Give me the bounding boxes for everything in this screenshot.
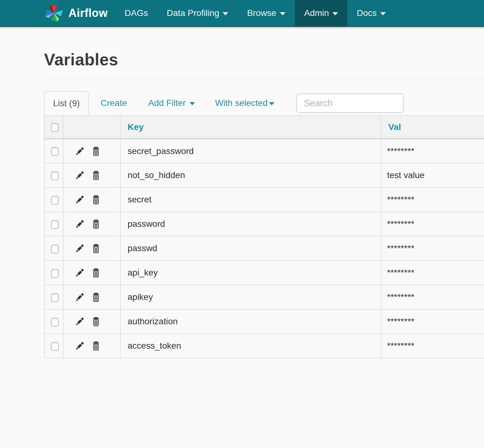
variable-val-cell: ******** <box>381 261 484 285</box>
variable-val-cell: ******** <box>381 212 484 236</box>
nav-item-data-profiling[interactable]: Data Profiling <box>157 0 238 26</box>
column-header-key[interactable]: Key <box>120 116 381 139</box>
header-actions-cell <box>63 116 120 139</box>
nav-item-dags[interactable]: DAGs <box>115 0 158 26</box>
delete-variable-button[interactable] <box>91 292 101 302</box>
edit-variable-button[interactable] <box>75 268 84 278</box>
row-actions-cell <box>63 309 120 334</box>
variable-val-cell: ******** <box>381 139 484 163</box>
row-checkbox[interactable] <box>51 293 59 302</box>
nav-item-label: Browse <box>247 8 276 18</box>
select-all-checkbox[interactable] <box>51 123 59 132</box>
row-actions-cell <box>63 261 120 285</box>
row-checkbox[interactable] <box>51 269 59 278</box>
delete-variable-button[interactable] <box>91 146 101 157</box>
edit-variable-button[interactable] <box>75 171 84 180</box>
pencil-icon <box>75 341 84 351</box>
delete-variable-button[interactable] <box>91 316 101 327</box>
variable-key-cell: password <box>120 212 381 236</box>
row-select-cell <box>44 285 63 309</box>
main-content: Variables List (9) Create Add Filter Wit… <box>0 50 484 358</box>
variable-key-cell: not_so_hidden <box>120 163 381 187</box>
table-row: access_token ******** <box>44 334 484 358</box>
variable-key-cell: passwd <box>120 236 381 261</box>
caret-down-icon <box>223 12 228 15</box>
edit-variable-button[interactable] <box>75 219 84 229</box>
row-checkbox[interactable] <box>51 318 59 326</box>
nav-item-label: DAGs <box>125 8 148 18</box>
tab-list-label: List (9) <box>53 98 80 108</box>
nav-item-label: Admin <box>304 8 329 18</box>
delete-variable-button[interactable] <box>91 219 101 229</box>
airflow-pinwheel-logo-icon <box>44 2 64 25</box>
tab-list[interactable]: List (9) <box>44 91 89 115</box>
variable-key-cell: access_token <box>120 334 381 358</box>
row-checkbox[interactable] <box>51 147 59 156</box>
pencil-icon <box>75 171 84 180</box>
row-checkbox[interactable] <box>51 220 59 229</box>
trash-icon <box>91 146 101 157</box>
table-row: apikey ******** <box>44 285 484 309</box>
trash-icon <box>91 341 101 351</box>
edit-variable-button[interactable] <box>75 147 84 156</box>
caret-down-icon <box>280 12 285 15</box>
edit-variable-button[interactable] <box>75 341 84 351</box>
pencil-icon <box>75 147 84 156</box>
navbar: Airflow DAGs Data Profiling Browse Admin… <box>0 0 484 27</box>
variables-table: Key Val <box>44 115 484 358</box>
trash-icon <box>91 170 101 181</box>
row-actions-cell <box>63 334 120 358</box>
trash-icon <box>91 219 101 229</box>
row-checkbox[interactable] <box>51 245 59 253</box>
delete-variable-button[interactable] <box>91 268 101 278</box>
table-row: secret_password ******** <box>44 139 484 163</box>
title-divider <box>44 80 484 80</box>
row-actions-cell <box>63 212 120 236</box>
edit-variable-button[interactable] <box>75 317 84 326</box>
airflow-brand[interactable]: Airflow <box>44 0 108 26</box>
row-actions-cell <box>63 187 120 212</box>
row-checkbox[interactable] <box>51 342 59 351</box>
table-row: passwd ******** <box>44 236 484 261</box>
trash-icon <box>91 292 101 302</box>
table-row: password ******** <box>44 212 484 236</box>
edit-variable-button[interactable] <box>75 195 84 205</box>
row-checkbox[interactable] <box>51 196 59 205</box>
create-link[interactable]: Create <box>101 91 127 115</box>
delete-variable-button[interactable] <box>91 170 101 181</box>
caret-down-icon <box>189 102 195 105</box>
variable-val-cell: ******** <box>381 334 484 358</box>
with-selected-dropdown[interactable]: With selected <box>215 91 275 115</box>
add-filter-label: Add Filter <box>148 98 186 108</box>
caret-down-icon <box>380 12 386 15</box>
search-input[interactable] <box>296 93 404 113</box>
table-body: secret_password ******** <box>44 139 484 358</box>
variable-val-cell: ******** <box>381 187 484 212</box>
nav-item-label: Docs <box>357 8 377 18</box>
edit-variable-button[interactable] <box>75 292 84 302</box>
nav-item-admin[interactable]: Admin <box>295 0 347 26</box>
row-actions-cell <box>63 163 120 187</box>
page-title: Variables <box>44 50 484 69</box>
row-select-cell <box>44 261 63 285</box>
nav-item-label: Data Profiling <box>167 8 219 18</box>
variable-val-cell: test value <box>381 163 484 187</box>
edit-variable-button[interactable] <box>75 244 84 253</box>
table-row: api_key ******** <box>44 261 484 285</box>
add-filter-dropdown[interactable]: Add Filter <box>148 91 195 115</box>
column-header-val[interactable]: Val <box>381 116 484 139</box>
with-selected-label: With selected <box>215 98 268 108</box>
nav-item-browse[interactable]: Browse <box>238 0 295 26</box>
delete-variable-button[interactable] <box>91 243 101 254</box>
variable-val-cell: ******** <box>381 236 484 261</box>
nav-item-docs[interactable]: Docs <box>347 0 395 26</box>
table-header-row: Key Val <box>44 116 484 139</box>
trash-icon <box>91 195 101 205</box>
trash-icon <box>91 316 101 327</box>
row-checkbox[interactable] <box>51 172 59 180</box>
table-row: not_so_hidden test value <box>44 163 484 187</box>
delete-variable-button[interactable] <box>91 341 101 351</box>
variable-val-cell: ******** <box>381 285 484 309</box>
pencil-icon <box>75 268 84 278</box>
delete-variable-button[interactable] <box>91 195 101 205</box>
